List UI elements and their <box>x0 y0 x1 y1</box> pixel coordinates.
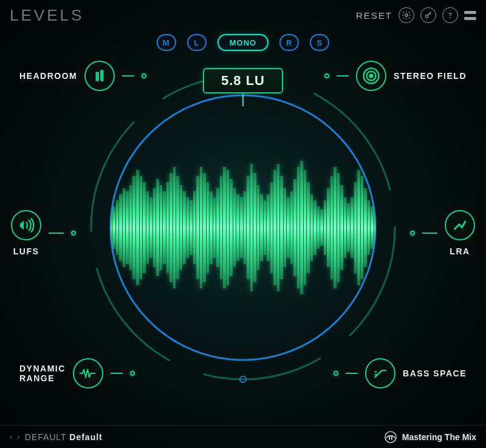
channel-s[interactable]: S <box>310 34 329 51</box>
app-title: LEVELS <box>10 6 84 25</box>
channel-mono[interactable]: MONO <box>217 34 269 51</box>
settings-icon[interactable] <box>399 7 414 23</box>
svg-point-2 <box>450 17 451 18</box>
lufs-label: LUFS <box>13 246 39 256</box>
svg-point-9 <box>370 75 373 78</box>
reset-button[interactable]: RESET <box>356 10 392 21</box>
preset-prev-icon[interactable]: ‹ <box>10 432 12 441</box>
preset-prefix: DEFAULT <box>25 432 67 442</box>
main-stage: M L MONO R S 5.8 LU HEADROOM <box>0 30 486 425</box>
preset-navigation: ‹ › DEFAULT Default <box>10 432 103 442</box>
headroom-label: HEADROOM <box>19 71 77 81</box>
brand-name: Mastering The Mix <box>402 432 476 442</box>
menu-icon[interactable] <box>464 11 476 20</box>
waveform-display <box>109 155 377 300</box>
channel-m[interactable]: M <box>157 34 176 51</box>
headroom-icon[interactable] <box>84 61 115 91</box>
metric-stereo-field: STEREO FIELD <box>324 61 467 91</box>
stereo-field-icon[interactable] <box>356 61 386 91</box>
svg-rect-8 <box>100 70 103 81</box>
footer-bar: ‹ › DEFAULT Default Mastering The Mix <box>0 425 486 448</box>
header-controls: RESET <box>356 7 476 23</box>
metric-lra: LRA <box>410 210 475 256</box>
channel-r[interactable]: R <box>279 34 299 51</box>
svg-rect-14 <box>391 435 392 440</box>
dynamic-range-icon[interactable] <box>73 358 103 389</box>
key-icon[interactable] <box>420 7 436 23</box>
lufs-icon[interactable] <box>11 210 41 240</box>
preset-name: Default <box>69 432 102 442</box>
lu-readout: 5.8 LU <box>203 68 283 93</box>
brand-logo[interactable]: Mastering The Mix <box>384 430 476 444</box>
channel-selector: M L MONO R S <box>0 34 486 51</box>
channel-l[interactable]: L <box>187 34 207 51</box>
metric-lufs: LUFS <box>11 210 76 256</box>
brand-icon <box>384 430 397 444</box>
lra-icon[interactable] <box>445 210 475 240</box>
metric-bass-space: BASS SPACE <box>334 358 467 389</box>
preset-next-icon[interactable]: › <box>17 432 19 441</box>
metric-headroom: HEADROOM <box>19 61 146 91</box>
bass-space-label: BASS SPACE <box>403 368 467 378</box>
lra-label: LRA <box>450 246 470 256</box>
stereo-field-label: STEREO FIELD <box>394 71 467 81</box>
svg-rect-13 <box>389 436 390 440</box>
help-icon[interactable] <box>442 7 458 23</box>
preset-display[interactable]: DEFAULT Default <box>25 432 103 442</box>
svg-point-0 <box>405 14 408 16</box>
dynamic-range-label: DYNAMIC RANGE <box>19 364 66 383</box>
svg-point-1 <box>425 15 428 18</box>
metric-dynamic-range: DYNAMIC RANGE <box>19 358 135 389</box>
svg-rect-7 <box>96 72 99 81</box>
header-bar: LEVELS RESET <box>0 0 486 30</box>
bass-space-icon[interactable] <box>365 358 395 389</box>
